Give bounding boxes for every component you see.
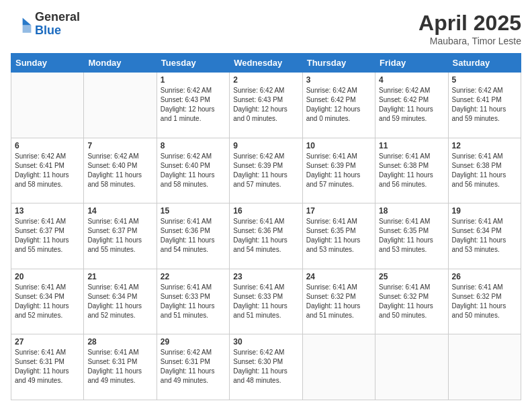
table-row: 20Sunrise: 6:41 AM Sunset: 6:34 PM Dayli… [11,269,84,334]
table-row: 23Sunrise: 6:41 AM Sunset: 6:33 PM Dayli… [230,269,302,334]
day-info: Sunrise: 6:41 AM Sunset: 6:31 PM Dayligh… [87,348,152,385]
table-row: 6Sunrise: 6:42 AM Sunset: 6:41 PM Daylig… [11,138,84,203]
day-number: 9 [233,141,298,150]
table-row: 3Sunrise: 6:42 AM Sunset: 6:42 PM Daylig… [302,73,375,138]
table-row: 14Sunrise: 6:41 AM Sunset: 6:37 PM Dayli… [84,203,157,269]
day-info: Sunrise: 6:41 AM Sunset: 6:37 PM Dayligh… [87,217,152,255]
day-info: Sunrise: 6:42 AM Sunset: 6:43 PM Dayligh… [233,86,298,124]
table-row: 5Sunrise: 6:42 AM Sunset: 6:41 PM Daylig… [448,73,521,138]
table-row: 27Sunrise: 6:41 AM Sunset: 6:31 PM Dayli… [11,334,84,400]
day-info: Sunrise: 6:41 AM Sunset: 6:36 PM Dayligh… [161,217,226,255]
table-row: 22Sunrise: 6:41 AM Sunset: 6:33 PM Dayli… [157,269,229,334]
day-info: Sunrise: 6:41 AM Sunset: 6:33 PM Dayligh… [233,283,298,320]
day-number: 27 [15,337,80,347]
day-info: Sunrise: 6:41 AM Sunset: 6:34 PM Dayligh… [452,217,517,255]
day-info: Sunrise: 6:42 AM Sunset: 6:41 PM Dayligh… [15,152,80,189]
day-number: 7 [87,141,152,150]
table-row: 15Sunrise: 6:41 AM Sunset: 6:36 PM Dayli… [157,203,229,269]
day-number: 23 [233,272,298,281]
day-info: Sunrise: 6:42 AM Sunset: 6:30 PM Dayligh… [233,348,298,385]
day-info: Sunrise: 6:41 AM Sunset: 6:38 PM Dayligh… [452,152,517,189]
day-info: Sunrise: 6:41 AM Sunset: 6:32 PM Dayligh… [379,283,444,320]
day-info: Sunrise: 6:41 AM Sunset: 6:35 PM Dayligh… [379,217,444,255]
day-number: 17 [306,206,371,216]
table-row: 1Sunrise: 6:42 AM Sunset: 6:43 PM Daylig… [157,73,229,138]
day-number: 29 [161,337,226,347]
page: General Blue April 2025 Maubara, Timor L… [0,0,532,411]
table-row [84,73,157,138]
day-number: 26 [452,272,517,281]
day-number: 25 [379,272,444,281]
day-info: Sunrise: 6:41 AM Sunset: 6:32 PM Dayligh… [452,283,517,320]
table-row: 26Sunrise: 6:41 AM Sunset: 6:32 PM Dayli… [448,269,521,334]
table-row: 19Sunrise: 6:41 AM Sunset: 6:34 PM Dayli… [448,203,521,269]
table-row [11,73,84,138]
day-info: Sunrise: 6:41 AM Sunset: 6:33 PM Dayligh… [161,283,226,320]
day-info: Sunrise: 6:42 AM Sunset: 6:43 PM Dayligh… [161,86,226,124]
day-number: 22 [161,272,226,281]
header-wednesday: Wednesday [230,54,302,73]
day-info: Sunrise: 6:42 AM Sunset: 6:41 PM Dayligh… [452,86,517,124]
day-number: 28 [87,337,152,347]
day-number: 3 [306,75,371,85]
day-number: 24 [306,272,371,281]
day-info: Sunrise: 6:41 AM Sunset: 6:34 PM Dayligh… [15,283,80,320]
weekday-header-row: Sunday Monday Tuesday Wednesday Thursday… [11,54,521,73]
calendar-week-row: 13Sunrise: 6:41 AM Sunset: 6:37 PM Dayli… [11,203,521,269]
day-number: 2 [233,75,298,85]
day-info: Sunrise: 6:41 AM Sunset: 6:32 PM Dayligh… [306,283,371,320]
calendar-week-row: 1Sunrise: 6:42 AM Sunset: 6:43 PM Daylig… [11,73,521,138]
day-number: 10 [306,141,371,150]
header-sunday: Sunday [11,54,84,73]
day-number: 8 [161,141,226,150]
table-row: 21Sunrise: 6:41 AM Sunset: 6:34 PM Dayli… [84,269,157,334]
table-row: 2Sunrise: 6:42 AM Sunset: 6:43 PM Daylig… [230,73,302,138]
day-info: Sunrise: 6:41 AM Sunset: 6:38 PM Dayligh… [379,152,444,189]
day-number: 16 [233,206,298,216]
table-row [375,334,448,400]
table-row: 4Sunrise: 6:42 AM Sunset: 6:42 PM Daylig… [375,73,448,138]
table-row: 13Sunrise: 6:41 AM Sunset: 6:37 PM Dayli… [11,203,84,269]
table-row: 25Sunrise: 6:41 AM Sunset: 6:32 PM Dayli… [375,269,448,334]
table-row: 8Sunrise: 6:42 AM Sunset: 6:40 PM Daylig… [157,138,229,203]
day-info: Sunrise: 6:41 AM Sunset: 6:39 PM Dayligh… [306,152,371,189]
table-row: 29Sunrise: 6:42 AM Sunset: 6:31 PM Dayli… [157,334,229,400]
calendar-table: Sunday Monday Tuesday Wednesday Thursday… [11,53,521,400]
table-row: 30Sunrise: 6:42 AM Sunset: 6:30 PM Dayli… [230,334,302,400]
table-row: 11Sunrise: 6:41 AM Sunset: 6:38 PM Dayli… [375,138,448,203]
table-row: 24Sunrise: 6:41 AM Sunset: 6:32 PM Dayli… [302,269,375,334]
table-row: 18Sunrise: 6:41 AM Sunset: 6:35 PM Dayli… [375,203,448,269]
day-number: 18 [379,206,444,216]
day-info: Sunrise: 6:42 AM Sunset: 6:40 PM Dayligh… [161,152,226,189]
header-friday: Friday [375,54,448,73]
calendar-location: Maubara, Timor Leste [418,36,521,46]
day-number: 1 [161,75,226,85]
table-row [302,334,375,400]
day-number: 15 [161,206,226,216]
day-info: Sunrise: 6:41 AM Sunset: 6:35 PM Dayligh… [306,217,371,255]
day-number: 13 [15,206,80,216]
day-number: 11 [379,141,444,150]
day-number: 30 [233,337,298,347]
day-number: 5 [452,75,517,85]
day-info: Sunrise: 6:42 AM Sunset: 6:42 PM Dayligh… [306,86,371,124]
header: General Blue April 2025 Maubara, Timor L… [11,11,521,46]
calendar-week-row: 20Sunrise: 6:41 AM Sunset: 6:34 PM Dayli… [11,269,521,334]
day-number: 4 [379,75,444,85]
calendar-week-row: 27Sunrise: 6:41 AM Sunset: 6:31 PM Dayli… [11,334,521,400]
day-info: Sunrise: 6:42 AM Sunset: 6:40 PM Dayligh… [87,152,152,189]
logo-blue-text: Blue [35,24,61,37]
header-tuesday: Tuesday [157,54,229,73]
table-row: 16Sunrise: 6:41 AM Sunset: 6:36 PM Dayli… [230,203,302,269]
table-row: 7Sunrise: 6:42 AM Sunset: 6:40 PM Daylig… [84,138,157,203]
day-info: Sunrise: 6:42 AM Sunset: 6:42 PM Dayligh… [379,86,444,124]
day-info: Sunrise: 6:41 AM Sunset: 6:37 PM Dayligh… [15,217,80,255]
day-info: Sunrise: 6:42 AM Sunset: 6:31 PM Dayligh… [161,348,226,385]
logo: General Blue [11,11,80,38]
header-thursday: Thursday [302,54,375,73]
day-number: 20 [15,272,80,281]
title-block: April 2025 Maubara, Timor Leste [418,11,521,46]
table-row: 17Sunrise: 6:41 AM Sunset: 6:35 PM Dayli… [302,203,375,269]
day-number: 21 [87,272,152,281]
day-info: Sunrise: 6:41 AM Sunset: 6:34 PM Dayligh… [87,283,152,320]
